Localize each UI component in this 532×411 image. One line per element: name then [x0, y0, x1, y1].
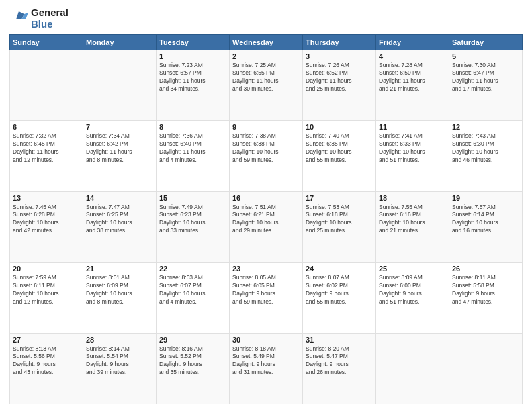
day-cell: 2Sunrise: 7:25 AM Sunset: 6:55 PM Daylig… [230, 50, 303, 121]
logo-bird-icon [9, 9, 28, 28]
day-info: Sunrise: 7:41 AM Sunset: 6:33 PM Dayligh… [379, 132, 446, 165]
day-cell [376, 333, 449, 404]
day-number: 4 [379, 52, 446, 60]
day-cell: 4Sunrise: 7:28 AM Sunset: 6:50 PM Daylig… [376, 50, 449, 121]
day-number: 26 [452, 265, 519, 273]
day-info: Sunrise: 8:07 AM Sunset: 6:02 PM Dayligh… [306, 274, 373, 306]
day-cell: 23Sunrise: 8:05 AM Sunset: 6:05 PM Dayli… [230, 263, 303, 334]
page: GeneralBlue Sunday Monday Tuesday Wednes… [0, 0, 532, 411]
day-info: Sunrise: 7:32 AM Sunset: 6:45 PM Dayligh… [13, 132, 80, 165]
day-number: 27 [13, 336, 80, 344]
day-info: Sunrise: 7:51 AM Sunset: 6:21 PM Dayligh… [232, 203, 300, 236]
day-info: Sunrise: 8:16 AM Sunset: 5:52 PM Dayligh… [159, 345, 226, 377]
day-info: Sunrise: 7:38 AM Sunset: 6:38 PM Dayligh… [232, 132, 300, 165]
day-info: Sunrise: 8:11 AM Sunset: 5:58 PM Dayligh… [452, 274, 519, 306]
day-number: 10 [306, 123, 373, 131]
logo-general-text: General [31, 7, 69, 18]
day-number: 25 [379, 265, 446, 273]
day-number: 2 [232, 52, 300, 60]
day-info: Sunrise: 8:18 AM Sunset: 5:49 PM Dayligh… [232, 345, 300, 377]
day-cell [449, 333, 523, 404]
day-cell: 27Sunrise: 8:13 AM Sunset: 5:56 PM Dayli… [10, 333, 83, 404]
logo: GeneralBlue [9, 7, 69, 30]
day-info: Sunrise: 8:01 AM Sunset: 6:09 PM Dayligh… [86, 274, 153, 306]
day-cell: 19Sunrise: 7:57 AM Sunset: 6:14 PM Dayli… [449, 191, 523, 263]
day-number: 11 [379, 123, 446, 131]
day-number: 28 [86, 336, 153, 344]
col-sunday: Sunday [10, 34, 83, 50]
day-info: Sunrise: 7:26 AM Sunset: 6:52 PM Dayligh… [306, 62, 373, 94]
day-cell: 30Sunrise: 8:18 AM Sunset: 5:49 PM Dayli… [230, 333, 303, 404]
day-number: 13 [13, 194, 80, 202]
day-cell: 7Sunrise: 7:34 AM Sunset: 6:42 PM Daylig… [83, 121, 157, 192]
day-info: Sunrise: 8:09 AM Sunset: 6:00 PM Dayligh… [379, 274, 446, 306]
day-cell: 5Sunrise: 7:30 AM Sunset: 6:47 PM Daylig… [449, 50, 523, 121]
col-monday: Monday [83, 34, 157, 50]
week-row-4: 20Sunrise: 7:59 AM Sunset: 6:11 PM Dayli… [10, 263, 523, 334]
day-number: 12 [452, 123, 519, 131]
day-cell [10, 50, 83, 121]
col-saturday: Saturday [449, 34, 523, 50]
day-info: Sunrise: 7:45 AM Sunset: 6:28 PM Dayligh… [13, 203, 80, 236]
header: GeneralBlue [9, 7, 523, 30]
week-row-1: 1Sunrise: 7:23 AM Sunset: 6:57 PM Daylig… [10, 50, 523, 121]
day-info: Sunrise: 7:30 AM Sunset: 6:47 PM Dayligh… [452, 62, 519, 94]
day-cell: 8Sunrise: 7:36 AM Sunset: 6:40 PM Daylig… [157, 121, 230, 192]
day-info: Sunrise: 8:20 AM Sunset: 5:47 PM Dayligh… [306, 345, 373, 377]
day-info: Sunrise: 7:23 AM Sunset: 6:57 PM Dayligh… [159, 62, 226, 94]
day-info: Sunrise: 7:53 AM Sunset: 6:18 PM Dayligh… [306, 203, 373, 236]
week-row-2: 6Sunrise: 7:32 AM Sunset: 6:45 PM Daylig… [10, 121, 523, 192]
day-cell: 1Sunrise: 7:23 AM Sunset: 6:57 PM Daylig… [157, 50, 230, 121]
day-cell: 29Sunrise: 8:16 AM Sunset: 5:52 PM Dayli… [157, 333, 230, 404]
day-number: 24 [306, 265, 373, 273]
day-cell: 22Sunrise: 8:03 AM Sunset: 6:07 PM Dayli… [157, 263, 230, 334]
day-cell: 17Sunrise: 7:53 AM Sunset: 6:18 PM Dayli… [303, 191, 376, 263]
day-cell: 26Sunrise: 8:11 AM Sunset: 5:58 PM Dayli… [449, 263, 523, 334]
week-row-5: 27Sunrise: 8:13 AM Sunset: 5:56 PM Dayli… [10, 333, 523, 404]
day-info: Sunrise: 7:28 AM Sunset: 6:50 PM Dayligh… [379, 62, 446, 94]
col-wednesday: Wednesday [230, 34, 303, 50]
day-info: Sunrise: 7:57 AM Sunset: 6:14 PM Dayligh… [452, 203, 519, 236]
day-cell: 28Sunrise: 8:14 AM Sunset: 5:54 PM Dayli… [83, 333, 157, 404]
day-number: 16 [232, 194, 300, 202]
day-cell [83, 50, 157, 121]
day-info: Sunrise: 8:13 AM Sunset: 5:56 PM Dayligh… [13, 345, 80, 377]
day-number: 17 [306, 194, 373, 202]
day-number: 22 [159, 265, 226, 273]
logo-blue-text: Blue [31, 18, 69, 30]
week-row-3: 13Sunrise: 7:45 AM Sunset: 6:28 PM Dayli… [10, 191, 523, 263]
day-number: 18 [379, 194, 446, 202]
day-cell: 31Sunrise: 8:20 AM Sunset: 5:47 PM Dayli… [303, 333, 376, 404]
calendar-body: 1Sunrise: 7:23 AM Sunset: 6:57 PM Daylig… [10, 50, 523, 404]
day-cell: 15Sunrise: 7:49 AM Sunset: 6:23 PM Dayli… [157, 191, 230, 263]
day-number: 1 [159, 52, 226, 60]
day-cell: 18Sunrise: 7:55 AM Sunset: 6:16 PM Dayli… [376, 191, 449, 263]
day-info: Sunrise: 7:59 AM Sunset: 6:11 PM Dayligh… [13, 274, 80, 306]
day-number: 3 [306, 52, 373, 60]
day-info: Sunrise: 7:34 AM Sunset: 6:42 PM Dayligh… [86, 132, 153, 165]
day-number: 23 [232, 265, 300, 273]
day-info: Sunrise: 7:47 AM Sunset: 6:25 PM Dayligh… [86, 203, 153, 236]
day-info: Sunrise: 7:49 AM Sunset: 6:23 PM Dayligh… [159, 203, 226, 236]
day-number: 8 [159, 123, 226, 131]
day-number: 21 [86, 265, 153, 273]
logo-text-block: GeneralBlue [9, 7, 69, 30]
day-cell: 25Sunrise: 8:09 AM Sunset: 6:00 PM Dayli… [376, 263, 449, 334]
day-info: Sunrise: 8:05 AM Sunset: 6:05 PM Dayligh… [232, 274, 300, 306]
day-info: Sunrise: 8:14 AM Sunset: 5:54 PM Dayligh… [86, 345, 153, 377]
day-cell: 9Sunrise: 7:38 AM Sunset: 6:38 PM Daylig… [230, 121, 303, 192]
day-number: 15 [159, 194, 226, 202]
day-cell: 6Sunrise: 7:32 AM Sunset: 6:45 PM Daylig… [10, 121, 83, 192]
day-cell: 20Sunrise: 7:59 AM Sunset: 6:11 PM Dayli… [10, 263, 83, 334]
day-number: 9 [232, 123, 300, 131]
day-number: 19 [452, 194, 519, 202]
day-cell: 16Sunrise: 7:51 AM Sunset: 6:21 PM Dayli… [230, 191, 303, 263]
col-friday: Friday [376, 34, 449, 50]
day-number: 7 [86, 123, 153, 131]
day-cell: 3Sunrise: 7:26 AM Sunset: 6:52 PM Daylig… [303, 50, 376, 121]
day-number: 31 [306, 336, 373, 344]
day-cell: 12Sunrise: 7:43 AM Sunset: 6:30 PM Dayli… [449, 121, 523, 192]
day-info: Sunrise: 7:40 AM Sunset: 6:35 PM Dayligh… [306, 132, 373, 165]
day-info: Sunrise: 7:25 AM Sunset: 6:55 PM Dayligh… [232, 62, 300, 94]
col-tuesday: Tuesday [157, 34, 230, 50]
